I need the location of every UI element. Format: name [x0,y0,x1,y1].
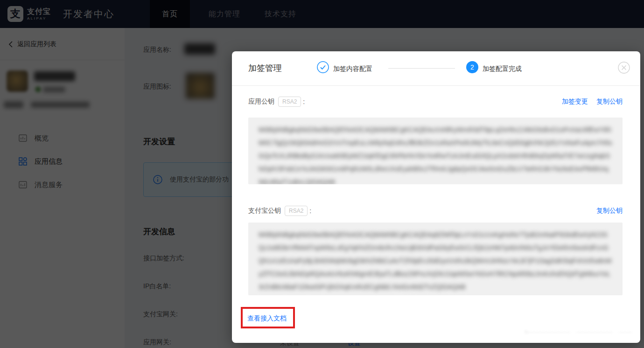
alipay-key-actions: 复制公钥 [596,207,623,215]
copy-alipay-public-key-link[interactable]: 复制公钥 [596,207,623,215]
copy-app-public-key-link[interactable]: 复制公钥 [596,97,623,106]
step2-number-badge: 2 [466,61,478,73]
modal-title: 加签管理 [248,63,282,74]
app-public-key-label: 应用公钥 [248,97,274,106]
app-public-key-row: 应用公钥 RSA2 : 加签变更 复制公钥 [248,97,623,107]
watermark: h——————— —————— ——— [525,328,632,340]
app-key-actions: 加签变更 复制公钥 [562,97,623,106]
app-public-key-box: MIIBIjANBgkqhkiG9w0BAQEFAAOCAQ8AMIIBCgKC… [248,118,623,184]
step-connector-line [388,68,455,69]
sign-change-link[interactable]: 加签变更 [562,97,588,106]
step2-label: 加签配置完成 [483,65,522,73]
alipay-public-key-label: 支付宝公钥 [248,207,281,215]
colon-text: : [303,98,305,105]
alipay-public-key-row: 支付宝公钥 RSA2 : 复制公钥 [248,206,623,216]
alipay-public-key-box: MIIBIjANBgkqhkiG9w0BAQEFAAOCAQ8AMIIBCgKC… [248,223,623,295]
step1-check-icon [317,61,329,73]
close-icon[interactable] [618,62,630,74]
step1-label: 加签内容配置 [333,65,372,73]
rsa2-badge: RSA2 [285,206,308,216]
app-public-key-value-blurred: MIIBIjANBgkqhkiG9w0BAQEFAAOCAQ8AMIIBCgKC… [248,118,623,184]
modal-header: 加签管理 加签内容配置 2 加签配置完成 [232,51,640,86]
red-annotation-box [241,307,295,328]
colon-text: : [309,207,311,215]
signature-management-modal: 加签管理 加签内容配置 2 加签配置完成 应用公钥 RSA2 : 加签变更 复制… [232,51,640,343]
rsa2-badge: RSA2 [278,97,301,107]
alipay-public-key-value-blurred: MIIBIjANBgkqhkiG9w0BAQEFAAOCAQ8AMIIBCgKC… [248,223,623,295]
